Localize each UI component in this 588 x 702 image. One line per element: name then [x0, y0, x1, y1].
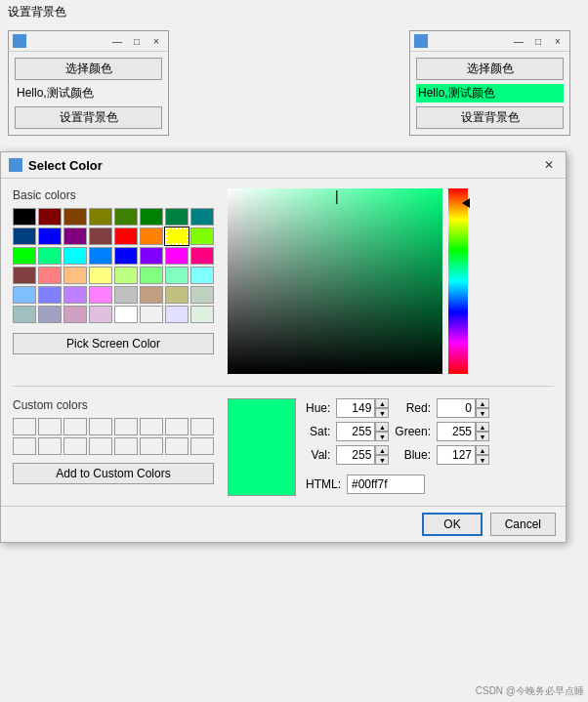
basic-color-cell[interactable] — [114, 247, 138, 265]
basic-color-cell[interactable] — [13, 286, 36, 304]
hue-down-btn[interactable]: ▼ — [375, 408, 389, 418]
blue-input[interactable] — [437, 445, 476, 465]
blue-up-btn[interactable]: ▲ — [476, 445, 489, 455]
basic-color-cell[interactable] — [140, 267, 163, 284]
basic-color-cell[interactable] — [63, 286, 87, 304]
basic-color-cell[interactable] — [63, 208, 87, 226]
basic-color-cell[interactable] — [13, 306, 36, 323]
basic-color-cell[interactable] — [38, 227, 62, 245]
basic-color-cell[interactable] — [190, 286, 214, 304]
basic-color-cell[interactable] — [165, 267, 189, 284]
custom-color-cell[interactable] — [38, 418, 62, 435]
basic-color-cell[interactable] — [63, 267, 87, 284]
green-input[interactable] — [437, 422, 476, 441]
basic-color-cell[interactable] — [89, 227, 112, 245]
custom-color-cell[interactable] — [114, 437, 138, 455]
basic-color-cell[interactable] — [89, 208, 112, 226]
sat-input[interactable] — [336, 422, 375, 441]
pick-screen-button[interactable]: Pick Screen Color — [13, 333, 214, 354]
basic-color-cell[interactable] — [38, 267, 62, 284]
custom-color-cell[interactable] — [190, 418, 214, 435]
hue-up-btn[interactable]: ▲ — [375, 398, 389, 408]
custom-color-cell[interactable] — [13, 418, 36, 435]
basic-color-cell[interactable] — [114, 306, 138, 323]
red-input[interactable] — [437, 398, 476, 418]
custom-color-cell[interactable] — [89, 418, 112, 435]
cancel-button[interactable]: Cancel — [490, 513, 556, 536]
basic-color-cell[interactable] — [38, 286, 62, 304]
val-input[interactable] — [336, 445, 375, 465]
minimize-btn-right[interactable]: — — [511, 33, 526, 49]
basic-color-cell[interactable] — [13, 267, 36, 284]
custom-color-cell[interactable] — [63, 418, 87, 435]
custom-color-cell[interactable] — [165, 437, 189, 455]
minimize-btn-left[interactable]: — — [109, 33, 125, 49]
html-input[interactable] — [347, 475, 425, 494]
custom-color-cell[interactable] — [63, 437, 87, 455]
close-btn-left[interactable]: × — [148, 33, 164, 49]
basic-color-cell[interactable] — [38, 306, 62, 323]
custom-color-cell[interactable] — [190, 437, 214, 455]
basic-color-cell[interactable] — [165, 306, 189, 323]
gradient-square[interactable] — [228, 188, 442, 374]
val-down-btn[interactable]: ▼ — [375, 455, 389, 465]
set-bg-btn-right[interactable]: 设置背景色 — [416, 106, 564, 129]
basic-color-cell[interactable] — [63, 247, 87, 265]
maximize-btn-right[interactable]: □ — [530, 33, 546, 49]
basic-color-cell[interactable] — [89, 267, 112, 284]
choose-color-btn-left[interactable]: 选择颜色 — [15, 58, 162, 80]
custom-color-cell[interactable] — [13, 437, 36, 455]
basic-color-cell[interactable] — [165, 227, 189, 245]
red-up-btn[interactable]: ▲ — [476, 398, 489, 408]
hue-bar[interactable] — [448, 188, 468, 374]
basic-color-cell[interactable] — [89, 306, 112, 323]
basic-color-cell[interactable] — [89, 286, 112, 304]
basic-color-cell[interactable] — [140, 247, 163, 265]
basic-color-cell[interactable] — [190, 208, 214, 226]
basic-color-cell[interactable] — [13, 227, 36, 245]
basic-color-cell[interactable] — [63, 227, 87, 245]
custom-color-cell[interactable] — [38, 437, 62, 455]
sat-down-btn[interactable]: ▼ — [375, 432, 389, 441]
maximize-btn-left[interactable]: □ — [129, 33, 145, 49]
basic-color-cell[interactable] — [190, 227, 214, 245]
dialog-close-button[interactable]: ✕ — [540, 156, 558, 174]
basic-color-cell[interactable] — [165, 247, 189, 265]
basic-color-cell[interactable] — [114, 208, 138, 226]
blue-down-btn[interactable]: ▼ — [476, 455, 489, 465]
basic-color-cell[interactable] — [114, 227, 138, 245]
basic-color-cell[interactable] — [140, 227, 163, 245]
custom-color-cell[interactable] — [114, 418, 138, 435]
basic-color-cell[interactable] — [140, 306, 163, 323]
choose-color-btn-right[interactable]: 选择颜色 — [416, 58, 564, 80]
val-up-btn[interactable]: ▲ — [375, 445, 389, 455]
custom-color-cell[interactable] — [165, 418, 189, 435]
red-down-btn[interactable]: ▼ — [476, 408, 489, 418]
green-up-btn[interactable]: ▲ — [476, 422, 489, 432]
basic-color-cell[interactable] — [114, 286, 138, 304]
basic-color-cell[interactable] — [114, 267, 138, 284]
basic-color-cell[interactable] — [165, 286, 189, 304]
ok-button[interactable]: OK — [422, 513, 482, 536]
basic-color-cell[interactable] — [165, 208, 189, 226]
basic-color-cell[interactable] — [140, 286, 163, 304]
basic-color-cell[interactable] — [38, 208, 62, 226]
basic-color-cell[interactable] — [190, 267, 214, 284]
set-bg-btn-left[interactable]: 设置背景色 — [15, 106, 162, 129]
basic-color-cell[interactable] — [13, 247, 36, 265]
hue-input[interactable] — [336, 398, 375, 418]
basic-color-cell[interactable] — [140, 208, 163, 226]
green-down-btn[interactable]: ▼ — [476, 432, 489, 441]
basic-color-cell[interactable] — [13, 208, 36, 226]
basic-color-cell[interactable] — [89, 247, 112, 265]
custom-color-cell[interactable] — [89, 437, 112, 455]
sat-up-btn[interactable]: ▲ — [375, 422, 389, 432]
close-btn-right[interactable]: × — [550, 33, 566, 49]
basic-color-cell[interactable] — [38, 247, 62, 265]
custom-color-cell[interactable] — [140, 437, 163, 455]
basic-color-cell[interactable] — [190, 306, 214, 323]
custom-color-cell[interactable] — [140, 418, 163, 435]
add-custom-button[interactable]: Add to Custom Colors — [13, 463, 214, 484]
basic-color-cell[interactable] — [63, 306, 87, 323]
basic-color-cell[interactable] — [190, 247, 214, 265]
